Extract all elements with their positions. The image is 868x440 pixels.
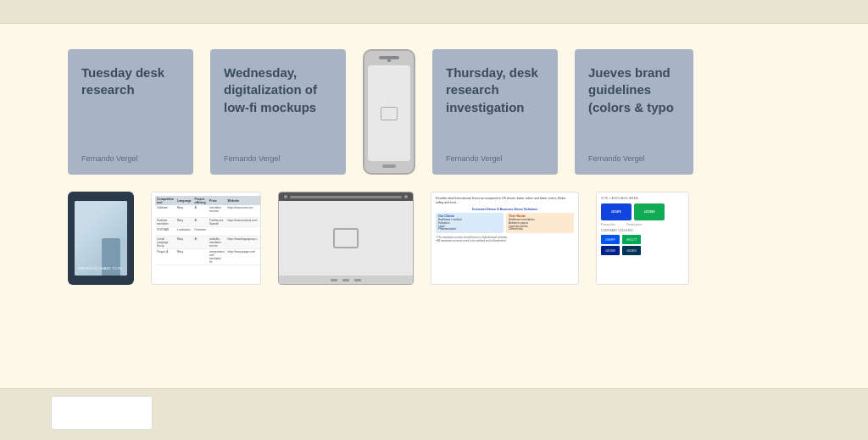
research-intro-text: Possible ideal International Users as co… <box>436 197 574 205</box>
research-thumbnail[interactable]: Possible ideal International Users as co… <box>431 192 579 285</box>
col-project: Project offering <box>193 196 209 205</box>
table-row: Smartcat translation Many AI Freelancers… <box>155 218 261 227</box>
card-thursday-author: Fernando Vergel <box>446 154 544 163</box>
phone-mockup <box>363 49 415 175</box>
table-row: SYSTRAN Localization Freemium Healthcare… <box>155 227 261 237</box>
contrast-swatch-2: #00CC77 <box>622 235 641 244</box>
card-thursday[interactable]: Thursday, desk research investigation Fe… <box>432 49 558 175</box>
table-row: Liontal Language Group Many AI available… <box>155 237 261 249</box>
card-wednesday[interactable]: Wednesday, digitalization of low-fi mock… <box>210 49 346 175</box>
desktop-nav <box>279 276 413 284</box>
primary-swatches: #2253FE #22CB68 <box>601 203 684 220</box>
bottom-bar <box>0 388 868 440</box>
nav-dot-3 <box>354 279 361 281</box>
main-area: Tuesday desk research Fernando Vergel We… <box>0 24 868 388</box>
tablet-thumbnail[interactable]: THERE'S NO SHADE TO FIL <box>68 192 134 285</box>
contrast-row-1: #0066FF #00CC77 <box>601 235 684 244</box>
card-thursday-title: Thursday, desk research investigation <box>446 64 544 116</box>
col-price: Price <box>208 196 226 205</box>
desktop-thumbnail[interactable] <box>278 192 414 285</box>
contrast-row-2: #003388 #004466 <box>601 246 684 255</box>
research-col-left: Our Clients Healthcare / medical Educati… <box>436 213 504 234</box>
table-row: Praiga LA Many interpretation and transl… <box>155 249 261 265</box>
card-tuesday-title: Tuesday desk research <box>81 64 180 99</box>
swatch-green: #22CB68 <box>634 203 665 220</box>
table-row: Calabrate Many AI translation services h… <box>155 205 261 218</box>
brand-section-title: SITE LANGUAGE AREA <box>601 197 684 200</box>
brand-thumbnail[interactable]: SITE LANGUAGE AREA #2253FE #22CB68 Prima… <box>596 192 689 285</box>
card-jueves-title: Jueves brand guidelines (colors & typo <box>588 64 680 116</box>
col-language: Language <box>175 196 193 205</box>
table-thumbnail[interactable]: Competitive tool Language Project offeri… <box>151 192 261 285</box>
nav-dot-2 <box>342 279 349 281</box>
tablet-screen: THERE'S NO SHADE TO FIL <box>75 201 127 276</box>
card-tuesday-author: Fernando Vergel <box>81 154 180 163</box>
contrast-swatch-4: #004466 <box>622 246 641 255</box>
toolbar-dot <box>284 195 287 198</box>
desktop-screen-icon <box>333 228 359 248</box>
research-col-right: Their Needs Healthcare translations Acad… <box>506 213 574 234</box>
mini-table: Competitive tool Language Project offeri… <box>155 196 261 265</box>
desktop-toolbar <box>279 192 413 201</box>
contrast-title: CONTRAST COLOURS <box>601 229 684 232</box>
swatch-blue: #2253FE <box>601 203 632 220</box>
top-bar <box>0 0 868 24</box>
contrast-swatch-3: #003388 <box>601 246 620 255</box>
contrast-swatch-1: #0066FF <box>601 235 620 244</box>
toolbar-dot-2 <box>404 195 408 198</box>
research-footer-text: • The translation service should focus o… <box>436 236 574 242</box>
research-grid: Our Clients Healthcare / medical Educati… <box>436 213 574 234</box>
bottom-thumb-1[interactable] <box>51 396 153 430</box>
col-website: Website <box>226 196 261 205</box>
col-competitive: Competitive tool <box>155 196 175 205</box>
thumbnails-row: THERE'S NO SHADE TO FIL Competitive tool… <box>68 192 817 285</box>
phone-screen-icon <box>381 107 398 120</box>
research-section-title: Customer-Driven & Business-Driven Soluti… <box>436 208 574 211</box>
phone-screen <box>368 65 410 161</box>
phone-home-button <box>382 164 396 168</box>
col-target: Target audience <box>260 196 261 205</box>
nav-dot-1 <box>331 279 337 281</box>
swatch-label-row: Primary blue Primary green <box>601 223 684 226</box>
card-tuesday[interactable]: Tuesday desk research Fernando Vergel <box>68 49 193 175</box>
card-wednesday-author: Fernando Vergel <box>224 154 332 163</box>
desktop-screen <box>279 201 413 276</box>
card-wednesday-title: Wednesday, digitalization of low-fi mock… <box>224 64 332 116</box>
phone-speaker <box>387 59 391 62</box>
card-jueves-author: Fernando Vergel <box>588 154 680 163</box>
tablet-text: THERE'S NO SHADE TO FIL <box>78 266 122 270</box>
card-jueves[interactable]: Jueves brand guidelines (colors & typo F… <box>575 49 693 175</box>
cards-row: Tuesday desk research Fernando Vergel We… <box>68 49 817 175</box>
toolbar-address-bar <box>290 196 402 198</box>
